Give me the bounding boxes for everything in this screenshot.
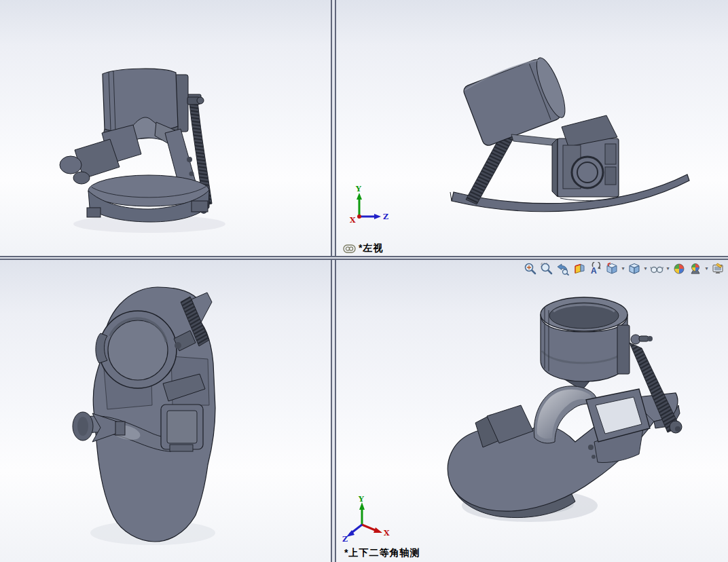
zoom-to-area-button[interactable] [539,261,555,276]
axis-z-label: Z [342,535,348,542]
previous-view-button[interactable] [555,261,571,276]
viewport-front-view[interactable] [0,0,331,256]
calf-cuff[interactable] [462,54,570,147]
view-label-text: *上下二等角轴测 [344,547,420,559]
annotation-views-icon: A [589,262,602,276]
zoom-to-fit-button[interactable] [522,261,539,276]
viewport-splitter-vertical[interactable] [331,0,336,562]
apply-scene-button[interactable] [687,261,704,276]
heads-up-view-toolbar: A ▾ ▾ [522,261,726,276]
hide-show-items-dropdown[interactable]: ▾ [665,265,671,271]
annotation-views-button[interactable]: A [587,261,604,276]
viewport-isometric-view[interactable]: A ▾ ▾ [336,260,728,562]
previous-view-icon [556,262,570,276]
axis-x-label: X [350,216,356,225]
viewport-top-view[interactable] [0,260,331,562]
svg-text:A: A [591,266,597,276]
model-isometric-view [336,260,728,562]
view-label-text: *左视 [359,242,383,255]
edit-appearance-icon [672,262,686,276]
apply-scene-icon [689,262,702,276]
display-style-dropdown[interactable]: ▾ [642,265,649,271]
axis-y-label: Y [355,185,361,193]
viewport-splitter-horizontal[interactable] [0,256,728,260]
display-style-button[interactable] [626,261,642,276]
view-label: *上下二等角轴测 [344,547,420,559]
section-view-button[interactable] [571,261,587,276]
axis-triad: Y Z X [342,183,390,225]
view-orientation-icon [605,262,619,276]
apply-scene-dropdown[interactable]: ▾ [704,265,710,271]
view-orientation-dropdown[interactable]: ▾ [620,265,626,271]
model-top-view [0,260,331,562]
axis-x-label: X [384,529,390,538]
display-style-icon [627,262,641,276]
zoom-to-fit-icon [524,262,537,276]
hide-show-items-button[interactable] [649,261,665,276]
hide-show-items-icon [650,262,663,276]
viewport-left-view[interactable]: Y Z X *左视 [336,0,728,256]
calf-cuff[interactable] [541,297,653,381]
view-settings-icon [711,262,725,276]
model-front-view [0,0,331,256]
zoom-to-area-icon [540,262,553,276]
model-left-view [336,0,728,256]
graphics-area: Y Z X *左视 [0,0,728,562]
foot-plate[interactable] [87,175,209,222]
view-orientation-button[interactable] [604,261,620,276]
link-icon [343,244,356,253]
view-settings-button[interactable] [710,261,726,276]
axis-triad: Y X Z [342,495,390,542]
axis-z-label: Z [383,212,388,221]
edit-appearance-button[interactable] [671,261,687,276]
section-view-icon [572,262,586,276]
view-label: *左视 [343,242,383,255]
axis-y-label: Y [358,495,364,504]
